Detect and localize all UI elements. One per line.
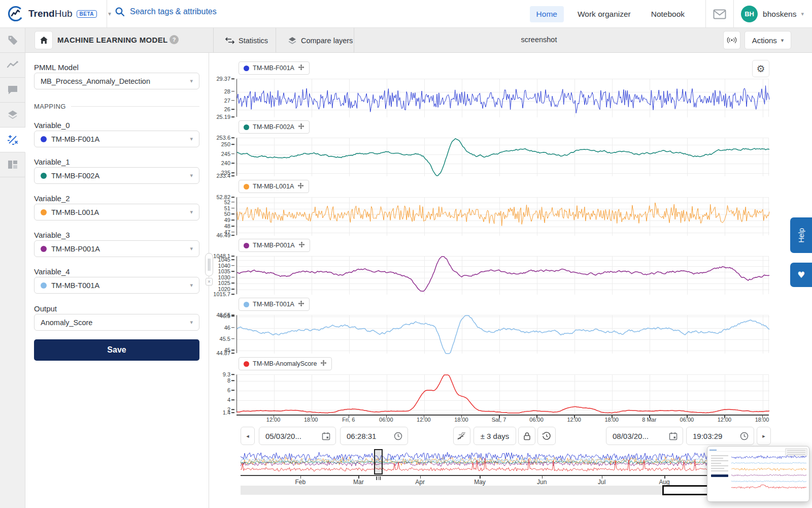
start-time-button[interactable]: 06:28:31 [340,427,408,445]
x-axis-line [236,415,769,416]
model-toolbar: MACHINE LEARNING MODEL ? Statistics Comp… [0,28,812,53]
variable-0-label: Variable_0 [34,121,70,130]
tab-notebook[interactable]: Notebook [645,6,691,22]
calendar-icon [322,432,330,440]
range-button[interactable]: ± 3 days [473,427,516,445]
panel-collapse-button[interactable]: × [206,278,213,285]
chart-settings-button[interactable]: ⚙ [752,60,769,77]
help-tab[interactable]: Help [790,217,812,253]
plot-anomaly[interactable] [236,315,769,353]
actions-button[interactable]: Actions▾ [745,31,791,49]
variable-2-select[interactable]: TM-MB-L001A▾ [34,204,199,220]
x-tick [574,416,575,418]
end-date-button[interactable]: 08/03/20... [606,427,683,445]
statistics-button[interactable]: Statistics [217,28,276,53]
tab-home[interactable]: Home [530,6,564,22]
rail-layers-button[interactable] [0,103,25,128]
save-button[interactable]: Save [34,339,199,361]
chevron-down-icon: ▾ [190,245,193,252]
month-label: Jul [598,479,605,486]
legend-dot [244,184,249,189]
lock-range-button[interactable] [518,427,535,445]
search-bar[interactable] [115,7,282,17]
legend-pill[interactable]: TM-MB-P001A [239,239,310,252]
dashboard-icon [8,160,18,169]
legend-pill[interactable]: TM-MB-T001A [239,298,310,311]
overview-timeline[interactable] [241,450,769,473]
legend-dot [244,302,249,307]
home-icon [40,36,48,44]
top-navbar: TrendHub BETA ▾ Home Work organizer Note… [0,0,812,28]
left-icon-rail [0,28,25,508]
plot-l001a[interactable] [236,197,769,235]
chart-row-l001a: TM-MB-L001A 52515049484752.8246.49 [209,178,812,236]
y-tick-label: 1035 [218,268,230,274]
chart-mode-button[interactable] [453,427,470,445]
start-date-value: 05/03/20... [259,432,308,440]
layer-name-text: screenshot [519,36,559,44]
month-label: May [474,479,486,486]
tab-work-organizer[interactable]: Work organizer [571,6,637,22]
calendar-icon [669,432,678,440]
x-tick [724,416,725,418]
legend-pill[interactable]: TM-MB-F001A [239,61,310,75]
title-help-icon[interactable]: ? [170,35,179,44]
rail-trends-button[interactable] [0,53,25,78]
legend-pill[interactable]: TM-MB-F002A [239,120,310,134]
rail-ml-model-button[interactable] [0,128,25,152]
end-time-value: 19:03:29 [687,432,728,440]
end-time-button[interactable]: 19:03:29 [686,427,754,445]
y-tick-label: 48 [224,223,230,229]
y-tick-label: 4 [227,397,230,403]
variable-3-select[interactable]: TM-MB-P001A▾ [34,240,199,257]
avatar[interactable]: BH [741,6,758,22]
output-select[interactable]: Anomaly_Score▾ [34,314,199,331]
chart-row-f002a: TM-MB-F002A 250245240235253.6233.4 [209,119,812,176]
legend-pill[interactable]: TM-MB-AnomalyScore [239,357,332,370]
pmml-model-select[interactable]: MB_Process_Anomaly_Detection▾ [34,73,199,89]
preview-chart-strip [731,465,807,471]
chart-row-f001a: TM-MB-F001A 28272629.3725.19 [209,60,812,117]
step-forward-button[interactable]: ▸ [757,427,771,445]
divider [107,0,107,28]
y-tick-label: 50 [224,211,230,217]
plot-f002a[interactable] [236,138,769,176]
rail-dashboard-button[interactable] [0,152,25,177]
history-button[interactable] [537,427,556,445]
search-input[interactable] [130,7,282,16]
start-date-button[interactable]: 05/03/20... [259,427,336,445]
panel-splitter-handle[interactable] [205,253,213,276]
y-tick-label: 1040 [218,263,230,269]
series-color-dot [41,209,47,215]
brush-grip-handle[interactable] [375,476,382,480]
y-tick-label: 51 [224,205,230,211]
variable-4-select[interactable]: TM-MB-T001A▾ [34,277,199,294]
compare-layers-button[interactable]: Compare layers [280,28,361,53]
live-broadcast-button[interactable] [723,31,740,49]
mail-button[interactable] [713,9,726,19]
plot-f001a[interactable] [236,79,769,117]
output-value: Anomaly_Score [41,319,92,327]
rail-tags-button[interactable] [0,28,25,53]
plot-anomalyscore[interactable] [236,374,769,412]
legend-pill[interactable]: TM-MB-L001A [239,180,309,193]
rail-comments-button[interactable] [0,78,25,103]
brand[interactable]: TrendHub BETA ▾ [7,5,111,22]
move-icon [298,64,304,72]
y-tick-label: 49 [224,217,230,223]
plot-p001a[interactable] [236,256,769,294]
clock-icon [394,432,402,440]
variable-4-value: TM-MB-T001A [51,281,99,290]
screenshot-preview-card[interactable] [707,446,809,502]
brand-caret-icon[interactable]: ▾ [108,10,111,17]
variable-0-select[interactable]: TM-MB-F001A▾ [34,131,199,147]
variable-1-select[interactable]: TM-MB-F002A▾ [34,167,199,184]
y-tick-label: 26 [224,106,230,112]
timeline-brush[interactable] [374,449,383,474]
home-button[interactable] [35,31,53,49]
user-menu-caret-icon[interactable]: ▾ [801,11,804,17]
divider [213,28,214,53]
step-back-button[interactable]: ◂ [241,427,255,445]
legend-label: TM-MB-P001A [253,242,295,249]
favorite-button[interactable]: ♥ [790,263,812,287]
